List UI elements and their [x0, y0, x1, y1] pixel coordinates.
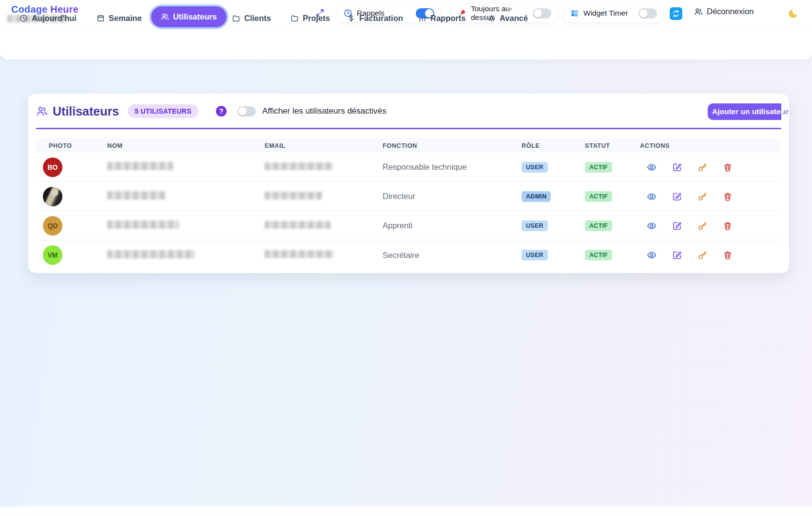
- delete-user-button[interactable]: [723, 162, 733, 172]
- status-badge: ACTIF: [585, 250, 612, 260]
- show-disabled-switch[interactable]: [237, 106, 256, 117]
- edit-icon: [672, 162, 682, 172]
- gear-icon: [487, 14, 496, 22]
- edit-user-button[interactable]: [672, 221, 682, 231]
- logout-label: Déconnexion: [707, 7, 754, 16]
- edit-icon: [672, 221, 682, 231]
- tab-projets[interactable]: Projets: [290, 8, 330, 28]
- tab-clients[interactable]: Clients: [232, 8, 271, 28]
- tab-label: Avancé: [500, 14, 528, 23]
- role-badge: ADMIN: [522, 191, 551, 202]
- redacted-name: [107, 191, 166, 199]
- users-icon: [694, 7, 703, 16]
- nav-bar: [0, 25, 812, 60]
- widget-timer-switch[interactable]: [638, 8, 657, 19]
- delete-icon: [723, 221, 733, 231]
- column-header: PHOTO: [49, 142, 107, 149]
- moon-icon[interactable]: [789, 8, 799, 19]
- redacted-name: [107, 250, 195, 258]
- widget-timer-toggle-group: Widget Timer: [564, 4, 663, 22]
- column-header: RÔLE: [522, 142, 585, 149]
- users-card-header: Utilisateurs 5 UTILISATEURS ? Afficher l…: [28, 99, 789, 123]
- add-user-button[interactable]: Ajouter un utilisateur: [708, 103, 781, 120]
- key-icon: [697, 192, 707, 201]
- actions-cell: [640, 250, 780, 260]
- edit-user-button[interactable]: [672, 162, 682, 172]
- delete-icon: [723, 250, 733, 260]
- windows-icon: [570, 9, 579, 18]
- view-user-button[interactable]: [647, 162, 657, 172]
- delete-user-button[interactable]: [723, 221, 733, 231]
- delete-user-button[interactable]: [723, 250, 733, 260]
- key-user-button[interactable]: [697, 192, 707, 201]
- app-window: Codage Heure Rappels Toujours au-dessus …: [0, 0, 812, 516]
- tab-facturation[interactable]: Facturation: [347, 8, 403, 28]
- chart-icon: [418, 14, 426, 22]
- tab-rapports[interactable]: Rapports: [418, 8, 465, 28]
- view-user-button[interactable]: [647, 221, 657, 231]
- show-disabled-label: Afficher les utilisateurs désactivés: [262, 106, 387, 116]
- table-row: VM Secrétaire USER ACTIF: [36, 240, 780, 270]
- help-icon[interactable]: ?: [216, 106, 227, 117]
- column-header: FONCTION: [383, 142, 522, 149]
- avatar: QD: [43, 216, 62, 236]
- edit-icon: [672, 192, 682, 201]
- tab-semaine[interactable]: Semaine: [97, 8, 142, 28]
- add-user-button-clip: Ajouter un utilisateur: [708, 103, 781, 120]
- fonction-cell: Apprenti: [383, 221, 522, 230]
- widget-timer-label: Widget Timer: [583, 9, 628, 18]
- redacted-email: [265, 192, 322, 199]
- view-user-button[interactable]: [647, 250, 657, 260]
- view-icon: [647, 192, 657, 201]
- redacted-email: [265, 250, 334, 258]
- column-header: STATUT: [585, 142, 640, 149]
- column-header: NOM: [107, 142, 265, 149]
- key-icon: [697, 250, 707, 260]
- tab-avanc-[interactable]: Avancé: [487, 8, 528, 28]
- logout-button[interactable]: Déconnexion: [694, 7, 754, 16]
- users-icon: [161, 13, 169, 21]
- user-count-badge: 5 UTILISATEURS: [128, 104, 198, 118]
- add-user-button-overflow-text: Ajouter un utilisateur: [782, 107, 789, 117]
- role-badge: USER: [522, 220, 548, 231]
- edit-user-button[interactable]: [672, 192, 682, 201]
- folder-icon: [290, 14, 299, 22]
- tab-label: Projets: [303, 14, 330, 23]
- tab-label: Facturation: [359, 14, 403, 23]
- users-icon: [36, 105, 48, 117]
- users-card: Utilisateurs 5 UTILISATEURS ? Afficher l…: [28, 94, 789, 273]
- header-divider: [36, 128, 781, 129]
- actions-cell: [640, 192, 780, 201]
- fonction-cell: Secrétaire: [383, 251, 522, 260]
- calendar-icon: [97, 14, 105, 22]
- redacted-name: [107, 220, 179, 229]
- column-header: ACTIONS: [640, 142, 780, 149]
- tab-label: Aujourd'hui: [32, 14, 77, 23]
- users-table: PHOTONOMEMAILFONCTIONRÔLESTATUTACTIONS B…: [36, 138, 780, 270]
- view-icon: [647, 250, 657, 260]
- delete-icon: [723, 192, 733, 201]
- sync-button[interactable]: [670, 7, 682, 20]
- actions-cell: [640, 221, 780, 231]
- fonction-cell: Directeur: [383, 192, 522, 201]
- status-badge: ACTIF: [585, 162, 612, 173]
- tab-utilisateurs[interactable]: Utilisateurs: [151, 6, 227, 27]
- delete-user-button[interactable]: [723, 192, 733, 201]
- redacted-email: [265, 162, 333, 170]
- actions-cell: [640, 162, 780, 172]
- avatar: BO: [43, 158, 62, 177]
- column-header: EMAIL: [265, 142, 383, 149]
- key-icon: [697, 221, 707, 231]
- key-user-button[interactable]: [697, 221, 707, 231]
- avatar: [43, 187, 62, 206]
- avatar: VM: [43, 245, 62, 265]
- key-user-button[interactable]: [697, 162, 707, 172]
- always-on-top-switch[interactable]: [533, 8, 551, 19]
- status-badge: ACTIF: [585, 220, 612, 231]
- tab-aujourd-hui[interactable]: Aujourd'hui: [19, 8, 77, 28]
- key-user-button[interactable]: [697, 250, 707, 260]
- view-user-button[interactable]: [647, 192, 657, 201]
- table-row: Directeur ADMIN ACTIF: [36, 182, 780, 211]
- tab-label: Utilisateurs: [173, 12, 217, 21]
- edit-user-button[interactable]: [672, 250, 682, 260]
